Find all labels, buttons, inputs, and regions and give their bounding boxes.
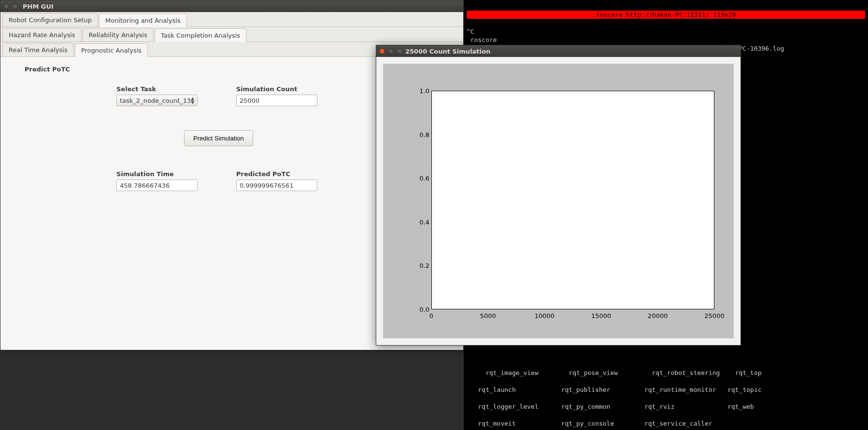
- terminal-line: ^C: [467, 28, 474, 35]
- tab-monitoring[interactable]: Monitoring and Analysis: [99, 14, 187, 27]
- terminal-redbar: roscore http://hakan-PC:11311/ 119x29: [467, 11, 865, 19]
- phm-titlebar[interactable]: PHM GUI: [0, 0, 463, 12]
- select-task[interactable]: task_2_node_count_13 ▲▼: [116, 95, 198, 106]
- select-task-label: Select Task: [116, 85, 198, 93]
- terminal-bottom[interactable]: rqt_image_view rqt_pose_view rqt_robot_s…: [464, 359, 868, 430]
- ytick: 1.0: [419, 87, 429, 95]
- tab-reliability[interactable]: Reliability Analysis: [83, 28, 154, 42]
- pred-potc-input[interactable]: 0.999999676561: [236, 180, 317, 191]
- plot-axes: [431, 91, 714, 309]
- sim-count-input[interactable]: 25000: [236, 95, 317, 106]
- xtick: 25000: [704, 312, 724, 319]
- xtick: 10000: [535, 312, 555, 319]
- xtick: 15000: [591, 312, 611, 319]
- tab-prognostic[interactable]: Prognostic Analysis: [75, 43, 148, 57]
- terminal-line: roscore: [467, 36, 497, 43]
- select-task-value: task_2_node_count_13: [120, 97, 191, 104]
- xtick: 20000: [648, 312, 668, 319]
- xtick: 0: [429, 312, 433, 319]
- plot-canvas: 0.00.20.40.60.81.00500010000150002000025…: [383, 64, 734, 338]
- ytick: 0.4: [419, 218, 429, 225]
- close-icon[interactable]: [379, 48, 385, 54]
- minimize-icon[interactable]: [388, 48, 394, 54]
- tab-hazard[interactable]: Hazard Rate Analysis: [2, 28, 82, 42]
- ytick: 0.8: [419, 131, 429, 138]
- ytick: 0.2: [419, 262, 429, 269]
- predict-simulation-button[interactable]: Predict Simulation: [184, 130, 253, 146]
- sim-time-label: Simulation Time: [116, 170, 198, 178]
- chevron-updown-icon: ▲▼: [191, 97, 194, 104]
- close-icon[interactable]: [3, 3, 9, 9]
- ytick: 0.0: [419, 306, 429, 313]
- sim-window-title: 25000 Count Simulation: [405, 48, 490, 55]
- tabs-row-2: Hazard Rate Analysis Reliability Analysi…: [0, 27, 463, 42]
- tab-task-completion[interactable]: Task Completion Analysis: [155, 28, 246, 42]
- phm-window-title: PHM GUI: [23, 3, 54, 10]
- minimize-icon[interactable]: [12, 3, 18, 9]
- sim-time-input[interactable]: 458.786667436: [116, 180, 198, 191]
- tab-robot-config[interactable]: Robot Configuration Setup: [2, 13, 98, 27]
- simulation-window: 25000 Count Simulation 0.00.20.40.60.81.…: [376, 45, 741, 346]
- pred-potc-label: Predicted PoTC: [236, 170, 317, 178]
- tab-realtime[interactable]: Real Time Analysis: [2, 43, 74, 56]
- xtick: 5000: [480, 312, 496, 319]
- ytick: 0.6: [419, 175, 429, 182]
- maximize-icon[interactable]: [397, 48, 402, 54]
- sim-titlebar[interactable]: 25000 Count Simulation: [376, 45, 740, 57]
- tabs-row-1: Robot Configuration Setup Monitoring and…: [0, 12, 463, 27]
- sim-count-label: Simulation Count: [236, 85, 317, 93]
